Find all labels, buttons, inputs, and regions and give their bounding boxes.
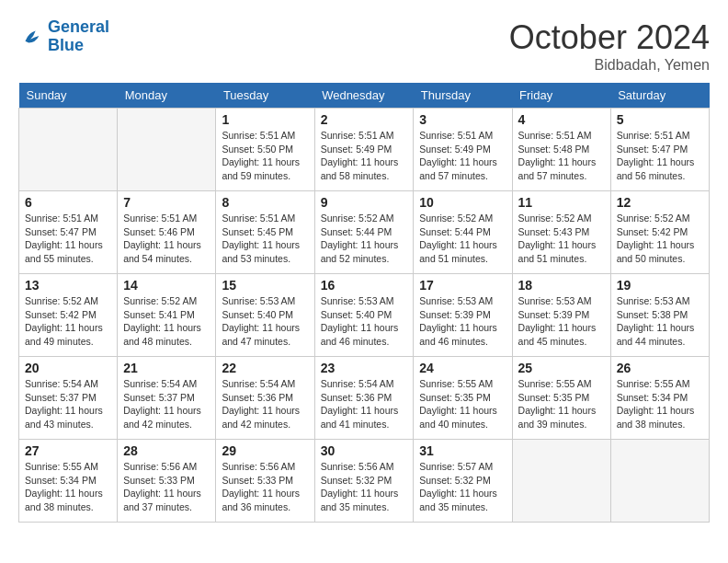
calendar-cell: 26 Sunrise: 5:55 AM Sunset: 5:34 PM Dayl… (610, 357, 709, 440)
day-number: 11 (518, 195, 605, 210)
day-detail: Sunrise: 5:52 AM Sunset: 5:43 PM Dayligh… (518, 212, 605, 266)
calendar-cell (19, 109, 118, 191)
month-title: October 2024 (509, 18, 710, 57)
calendar-cell: 24 Sunrise: 5:55 AM Sunset: 5:35 PM Dayl… (414, 357, 512, 440)
day-detail: Sunrise: 5:53 AM Sunset: 5:40 PM Dayligh… (321, 294, 408, 349)
day-number: 18 (518, 278, 605, 293)
day-number: 28 (123, 443, 210, 458)
location: Bidbadah, Yemen (509, 57, 710, 74)
day-detail: Sunrise: 5:52 AM Sunset: 5:42 PM Dayligh… (617, 212, 703, 266)
week-row-2: 6 Sunrise: 5:51 AM Sunset: 5:47 PM Dayli… (19, 191, 710, 274)
day-detail: Sunrise: 5:54 AM Sunset: 5:36 PM Dayligh… (321, 377, 408, 431)
calendar-cell: 2 Sunrise: 5:51 AM Sunset: 5:49 PM Dayli… (314, 109, 414, 191)
calendar-table: SundayMondayTuesdayWednesdayThursdayFrid… (18, 83, 710, 523)
day-number: 5 (617, 112, 703, 127)
calendar-cell: 15 Sunrise: 5:53 AM Sunset: 5:40 PM Dayl… (216, 274, 314, 357)
logo: General Blue (18, 18, 109, 55)
logo-icon (18, 24, 44, 50)
day-number: 30 (321, 443, 408, 458)
day-number: 9 (321, 195, 408, 210)
day-detail: Sunrise: 5:51 AM Sunset: 5:47 PM Dayligh… (617, 129, 703, 183)
day-detail: Sunrise: 5:51 AM Sunset: 5:46 PM Dayligh… (123, 212, 210, 266)
day-number: 23 (321, 361, 408, 375)
day-detail: Sunrise: 5:51 AM Sunset: 5:49 PM Dayligh… (419, 129, 506, 183)
day-number: 4 (518, 112, 605, 127)
day-detail: Sunrise: 5:51 AM Sunset: 5:49 PM Dayligh… (321, 129, 408, 183)
calendar-cell (512, 440, 610, 523)
col-header-sunday: Sunday (19, 83, 118, 109)
calendar-cell: 14 Sunrise: 5:52 AM Sunset: 5:41 PM Dayl… (118, 274, 216, 357)
day-number: 25 (518, 361, 605, 375)
calendar-cell: 17 Sunrise: 5:53 AM Sunset: 5:39 PM Dayl… (414, 274, 512, 357)
day-number: 21 (123, 361, 210, 375)
day-detail: Sunrise: 5:53 AM Sunset: 5:39 PM Dayligh… (419, 294, 506, 349)
col-header-thursday: Thursday (414, 83, 512, 109)
calendar-cell: 1 Sunrise: 5:51 AM Sunset: 5:50 PM Dayli… (216, 109, 314, 191)
day-number: 10 (419, 195, 506, 210)
day-number: 19 (617, 278, 703, 293)
day-detail: Sunrise: 5:52 AM Sunset: 5:41 PM Dayligh… (123, 294, 210, 349)
day-detail: Sunrise: 5:55 AM Sunset: 5:34 PM Dayligh… (25, 460, 111, 514)
day-detail: Sunrise: 5:53 AM Sunset: 5:39 PM Dayligh… (518, 294, 605, 349)
day-number: 2 (321, 112, 408, 127)
calendar-cell: 10 Sunrise: 5:52 AM Sunset: 5:44 PM Dayl… (414, 191, 512, 274)
col-header-monday: Monday (118, 83, 216, 109)
calendar-header-row: SundayMondayTuesdayWednesdayThursdayFrid… (19, 83, 710, 109)
calendar-cell: 23 Sunrise: 5:54 AM Sunset: 5:36 PM Dayl… (314, 357, 414, 440)
day-detail: Sunrise: 5:51 AM Sunset: 5:45 PM Dayligh… (222, 212, 308, 266)
day-detail: Sunrise: 5:56 AM Sunset: 5:33 PM Dayligh… (123, 460, 210, 514)
col-header-wednesday: Wednesday (314, 83, 414, 109)
day-detail: Sunrise: 5:52 AM Sunset: 5:44 PM Dayligh… (321, 212, 408, 266)
day-detail: Sunrise: 5:55 AM Sunset: 5:34 PM Dayligh… (617, 377, 703, 431)
calendar-cell: 28 Sunrise: 5:56 AM Sunset: 5:33 PM Dayl… (118, 440, 216, 523)
day-number: 7 (123, 195, 210, 210)
day-detail: Sunrise: 5:51 AM Sunset: 5:47 PM Dayligh… (25, 212, 111, 266)
week-row-5: 27 Sunrise: 5:55 AM Sunset: 5:34 PM Dayl… (19, 440, 710, 523)
day-detail: Sunrise: 5:53 AM Sunset: 5:40 PM Dayligh… (222, 294, 308, 349)
logo-text: General Blue (48, 18, 109, 55)
calendar-cell (610, 440, 709, 523)
day-number: 1 (222, 112, 308, 127)
day-detail: Sunrise: 5:54 AM Sunset: 5:36 PM Dayligh… (222, 377, 308, 431)
calendar-cell: 5 Sunrise: 5:51 AM Sunset: 5:47 PM Dayli… (610, 109, 709, 191)
day-number: 29 (222, 443, 308, 458)
calendar-cell: 11 Sunrise: 5:52 AM Sunset: 5:43 PM Dayl… (512, 191, 610, 274)
day-detail: Sunrise: 5:53 AM Sunset: 5:38 PM Dayligh… (617, 294, 703, 349)
day-number: 15 (222, 278, 308, 293)
day-number: 8 (222, 195, 308, 210)
col-header-friday: Friday (512, 83, 610, 109)
day-number: 16 (321, 278, 408, 293)
day-detail: Sunrise: 5:54 AM Sunset: 5:37 PM Dayligh… (123, 377, 210, 431)
day-number: 24 (419, 361, 506, 375)
week-row-3: 13 Sunrise: 5:52 AM Sunset: 5:42 PM Dayl… (19, 274, 710, 357)
calendar-cell: 13 Sunrise: 5:52 AM Sunset: 5:42 PM Dayl… (19, 274, 118, 357)
week-row-1: 1 Sunrise: 5:51 AM Sunset: 5:50 PM Dayli… (19, 109, 710, 191)
calendar-cell: 20 Sunrise: 5:54 AM Sunset: 5:37 PM Dayl… (19, 357, 118, 440)
calendar-cell: 9 Sunrise: 5:52 AM Sunset: 5:44 PM Dayli… (314, 191, 414, 274)
day-number: 26 (617, 361, 703, 375)
day-number: 3 (419, 112, 506, 127)
day-detail: Sunrise: 5:51 AM Sunset: 5:48 PM Dayligh… (518, 129, 605, 183)
calendar-cell: 3 Sunrise: 5:51 AM Sunset: 5:49 PM Dayli… (414, 109, 512, 191)
day-detail: Sunrise: 5:52 AM Sunset: 5:42 PM Dayligh… (25, 294, 111, 349)
day-number: 20 (25, 361, 111, 375)
day-detail: Sunrise: 5:56 AM Sunset: 5:33 PM Dayligh… (222, 460, 308, 514)
calendar-cell: 6 Sunrise: 5:51 AM Sunset: 5:47 PM Dayli… (19, 191, 118, 274)
calendar-cell: 30 Sunrise: 5:56 AM Sunset: 5:32 PM Dayl… (314, 440, 414, 523)
week-row-4: 20 Sunrise: 5:54 AM Sunset: 5:37 PM Dayl… (19, 357, 710, 440)
day-detail: Sunrise: 5:55 AM Sunset: 5:35 PM Dayligh… (518, 377, 605, 431)
calendar-cell: 21 Sunrise: 5:54 AM Sunset: 5:37 PM Dayl… (118, 357, 216, 440)
calendar-cell: 18 Sunrise: 5:53 AM Sunset: 5:39 PM Dayl… (512, 274, 610, 357)
day-detail: Sunrise: 5:52 AM Sunset: 5:44 PM Dayligh… (419, 212, 506, 266)
calendar-cell: 22 Sunrise: 5:54 AM Sunset: 5:36 PM Dayl… (216, 357, 314, 440)
title-block: October 2024 Bidbadah, Yemen (509, 18, 710, 74)
day-number: 22 (222, 361, 308, 375)
day-number: 13 (25, 278, 111, 293)
calendar-cell: 31 Sunrise: 5:57 AM Sunset: 5:32 PM Dayl… (414, 440, 512, 523)
day-number: 14 (123, 278, 210, 293)
calendar-cell: 27 Sunrise: 5:55 AM Sunset: 5:34 PM Dayl… (19, 440, 118, 523)
col-header-tuesday: Tuesday (216, 83, 314, 109)
col-header-saturday: Saturday (610, 83, 709, 109)
calendar-cell (118, 109, 216, 191)
day-detail: Sunrise: 5:51 AM Sunset: 5:50 PM Dayligh… (222, 129, 308, 183)
